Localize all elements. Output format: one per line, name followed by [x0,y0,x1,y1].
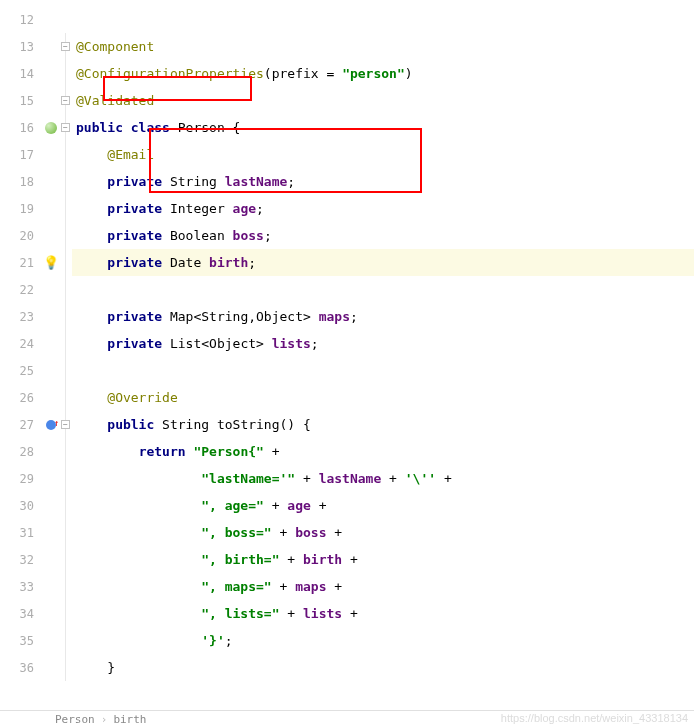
fold-toggle-icon[interactable]: − [61,123,70,132]
code-line[interactable]: @Validated [72,87,694,114]
code-line[interactable]: private Date birth; [72,249,694,276]
line-number: 19 [0,195,42,222]
code-line[interactable]: return "Person{" + [72,438,694,465]
fold-cell [60,438,72,465]
code-line[interactable] [72,6,694,33]
code-line[interactable]: public String toString() { [72,411,694,438]
breadcrumb-bar[interactable]: Person › birth [0,710,694,727]
fold-cell [60,276,72,303]
code-token: ; [256,201,264,216]
gutter-icon-cell [42,33,60,60]
code-line[interactable]: ", boss=" + boss + [72,519,694,546]
gutter-icon-cell [42,654,60,681]
code-token: private [107,255,170,270]
fold-cell [60,249,72,276]
code-line[interactable]: public class Person { [72,114,694,141]
code-line[interactable]: @Email [72,141,694,168]
code-line[interactable]: @ConfigurationProperties(prefix = "perso… [72,60,694,87]
code-token: return [139,444,194,459]
code-line[interactable]: ", age=" + age + [72,492,694,519]
code-line[interactable]: } [72,654,694,681]
code-token: "Person{" [193,444,263,459]
breadcrumb-field[interactable]: birth [113,713,146,726]
fold-cell [60,600,72,627]
fold-cell [60,492,72,519]
line-number: 27 [0,411,42,438]
gutter-icon-cell [42,168,60,195]
fold-toggle-icon[interactable]: − [61,42,70,51]
override-icon[interactable] [46,420,56,430]
code-line[interactable]: private Integer age; [72,195,694,222]
code-line[interactable]: private String lastName; [72,168,694,195]
gutter-icon-cell [42,573,60,600]
fold-toggle-icon[interactable]: − [61,96,70,105]
code-token: + [295,471,318,486]
code-token: + [272,579,295,594]
code-token: String [170,174,225,189]
code-token: + [326,525,342,540]
fold-cell [60,168,72,195]
code-editor[interactable]: 1213141516171819202122232425262728293031… [0,0,694,710]
code-token: private [107,336,170,351]
code-line[interactable] [72,357,694,384]
fold-cell [60,384,72,411]
code-token: ; [264,228,272,243]
code-token: @Validated [76,93,154,108]
code-token: Integer [170,201,233,216]
fold-cell [60,303,72,330]
fold-cell: − [60,114,72,141]
code-token: private [107,201,170,216]
fold-toggle-icon[interactable]: − [61,420,70,429]
code-token: Boolean [170,228,233,243]
code-token: ; [248,255,256,270]
code-line[interactable]: ", lists=" + lists + [72,600,694,627]
fold-cell [60,195,72,222]
line-number: 12 [0,6,42,33]
code-line[interactable]: private Map<String,Object> maps; [72,303,694,330]
code-token: ", age=" [201,498,264,513]
fold-cell [60,6,72,33]
code-token: ", boss=" [201,525,271,540]
gutter-icon-cell [42,546,60,573]
code-token: + [264,498,287,513]
code-line[interactable]: @Override [72,384,694,411]
gutter-icon-cell [42,411,60,438]
code-line[interactable]: ", birth=" + birth + [72,546,694,573]
code-token: () { [280,417,311,432]
code-token: ", maps=" [201,579,271,594]
line-number: 36 [0,654,42,681]
code-token: age [233,201,256,216]
line-number-gutter: 1213141516171819202122232425262728293031… [0,0,42,710]
line-number: 22 [0,276,42,303]
line-number: 25 [0,357,42,384]
code-content-area[interactable]: @Component@ConfigurationProperties(prefi… [72,0,694,710]
code-line[interactable]: '}'; [72,627,694,654]
code-line[interactable]: @Component [72,33,694,60]
code-line[interactable]: private Boolean boss; [72,222,694,249]
code-token: age [287,498,310,513]
code-line[interactable]: "lastName='" + lastName + '\'' + [72,465,694,492]
line-number: 13 [0,33,42,60]
fold-cell [60,546,72,573]
code-token: boss [295,525,326,540]
code-token: lists [272,336,311,351]
code-line[interactable] [72,276,694,303]
gutter-icon-cell [42,141,60,168]
code-token: Person { [178,120,241,135]
gutter-icon-cell: 💡 [42,249,60,276]
fold-cell: − [60,411,72,438]
code-token: + [436,471,452,486]
code-token: lastName [319,471,382,486]
code-line[interactable]: ", maps=" + maps + [72,573,694,600]
line-number: 24 [0,330,42,357]
code-token: @ConfigurationProperties [76,66,264,81]
fold-column: −−−− [60,0,72,710]
line-number: 31 [0,519,42,546]
lightbulb-icon[interactable]: 💡 [43,255,59,270]
code-token: Date [170,255,209,270]
breadcrumb-class[interactable]: Person [55,713,95,726]
code-token: '\'' [405,471,436,486]
code-token: (prefix = [264,66,342,81]
code-line[interactable]: private List<Object> lists; [72,330,694,357]
line-number: 30 [0,492,42,519]
